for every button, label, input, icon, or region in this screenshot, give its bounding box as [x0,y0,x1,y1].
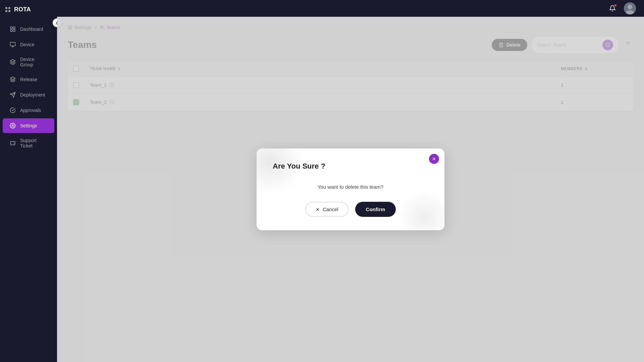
svg-rect-0 [10,27,12,28]
sidebar-item-label: Release [20,77,37,82]
device-group-icon [9,59,16,65]
svg-point-8 [12,125,14,127]
confirm-button[interactable]: Confirm [355,202,396,217]
svg-rect-4 [10,42,15,46]
confirm-modal: ✕ Are You Sure ? You want to delete this… [257,148,444,230]
sidebar-item-label: Device [20,42,35,47]
sidebar-item-deployment[interactable]: Deployment [3,87,54,102]
approvals-icon [9,107,16,114]
sidebar: ROTA ❮ Dashboard Device Device Group [0,0,57,362]
sidebar-item-label: Dashboard [20,26,43,32]
svg-marker-5 [10,60,15,62]
modal-message: You want to delete this team? [273,184,428,190]
main-wrapper: Settings > Teams Teams Delete [57,0,644,362]
sidebar-item-support-ticket[interactable]: Support Ticket [3,134,54,153]
sidebar-item-label: Support Ticket [20,138,48,148]
dashboard-icon [9,26,16,33]
release-icon [9,76,16,83]
modal-title: Are You Sure ? [273,162,428,171]
svg-rect-2 [10,30,12,32]
main-content: Settings > Teams Teams Delete [57,17,644,362]
device-icon [9,41,16,48]
support-ticket-icon [9,140,16,146]
svg-point-10 [628,5,632,9]
user-avatar[interactable] [624,2,636,14]
sidebar-item-label: Approvals [20,108,41,113]
modal-body: You want to delete this team? [273,184,428,190]
sidebar-item-dashboard[interactable]: Dashboard [3,22,54,37]
svg-rect-3 [13,30,15,32]
sidebar-item-label: Settings [20,123,37,128]
sidebar-item-label: Device Group [20,57,48,67]
sidebar-item-device-group[interactable]: Device Group [3,53,54,71]
sidebar-item-label: Deployment [20,92,45,98]
topbar [57,0,644,17]
sidebar-item-settings[interactable]: Settings [3,118,54,133]
app-name: ROTA [14,6,31,13]
svg-rect-1 [13,27,15,28]
modal-close-button[interactable]: ✕ [429,154,439,164]
modal-overlay: ✕ Are You Sure ? You want to delete this… [57,17,644,362]
sidebar-item-device[interactable]: Device [3,37,54,52]
app-logo: ROTA [0,0,57,19]
notification-badge [614,4,617,7]
logo-icon [5,7,11,12]
sidebar-item-release[interactable]: Release [3,72,54,87]
deployment-icon [9,92,16,98]
cancel-button[interactable]: Cancel [305,202,348,217]
modal-actions: Cancel Confirm [273,202,428,217]
settings-icon [9,122,16,129]
sidebar-nav: Dashboard Device Device Group Release [0,19,57,362]
sidebar-item-approvals[interactable]: Approvals [3,103,54,118]
notification-button[interactable] [606,2,619,14]
